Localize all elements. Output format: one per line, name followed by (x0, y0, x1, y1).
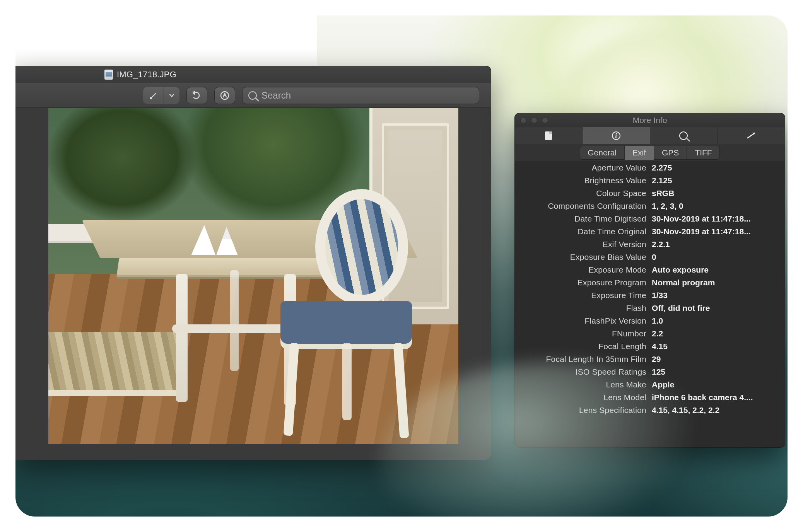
markup-button[interactable] (143, 87, 164, 104)
exif-value: 2.2 (652, 329, 778, 338)
exif-row: ISO Speed Ratings125 (515, 365, 785, 378)
more-info-panel: More Info i GeneralExifGPSTIFF Aperture … (514, 113, 785, 448)
exif-value: 2.275 (652, 163, 778, 172)
exif-value: sRGB (652, 189, 778, 198)
exif-value: 30-Nov-2019 at 11:47:18... (652, 227, 778, 236)
exif-value: 4.15 (652, 342, 778, 351)
exif-row: Lens ModeliPhone 6 back camera 4.... (515, 391, 785, 404)
exif-key: Components Configuration (515, 201, 646, 211)
exif-key: FNumber (515, 329, 646, 338)
exif-key: Lens Model (515, 393, 646, 402)
exif-row: Colour SpacesRGB (515, 187, 785, 200)
exif-row: Lens MakeApple (515, 378, 785, 391)
close-window-icon[interactable] (520, 117, 526, 123)
document-jpg-icon (104, 70, 113, 80)
zoom-window-icon[interactable] (542, 117, 548, 123)
exif-key: Exif Version (515, 240, 646, 249)
chevron-down-icon (169, 92, 175, 99)
exif-row: Date Time Digitised30-Nov-2019 at 11:47:… (515, 212, 785, 225)
preview-canvas[interactable] (15, 108, 491, 460)
exif-row: Exposure Time1/33 (515, 289, 785, 302)
exif-key: Date Time Digitised (515, 214, 646, 223)
exif-value: 30-Nov-2019 at 11:47:18... (652, 214, 778, 223)
exif-value: Normal program (652, 278, 778, 287)
preview-titlebar[interactable]: IMG_1718.JPG (15, 66, 491, 83)
exif-value: 2.125 (652, 176, 778, 185)
exif-key: Exposure Program (515, 278, 646, 287)
info-icon: i (612, 131, 620, 140)
preview-title: IMG_1718.JPG (117, 70, 176, 80)
tab-tiff[interactable]: TIFF (687, 146, 719, 160)
preview-search-field[interactable]: Search (242, 87, 479, 104)
exif-key: Lens Make (515, 380, 646, 389)
photo-content (48, 108, 458, 444)
exif-key: Focal Length In 35mm Film (515, 355, 646, 364)
exif-row: Aperture Value2.275 (515, 161, 785, 174)
exif-key: Exposure Mode (515, 265, 646, 275)
search-icon (248, 91, 257, 100)
markup-toggle-group (143, 87, 179, 104)
markup-menu-button[interactable] (164, 87, 179, 104)
pencil-icon (747, 132, 755, 138)
exif-value: 125 (652, 367, 778, 377)
exif-value: Apple (652, 380, 778, 389)
desktop-wallpaper: IMG_1718.JPG (15, 15, 788, 517)
mode-search[interactable] (650, 127, 718, 144)
exif-row: Focal Length4.15 (515, 340, 785, 353)
exif-row: Date Time Original30-Nov-2019 at 11:47:1… (515, 225, 785, 238)
annotate-button[interactable] (214, 87, 235, 104)
exif-value: 2.2.1 (652, 240, 778, 249)
pencil-icon (149, 90, 159, 101)
exif-key: Brightness Value (515, 176, 646, 185)
exif-row: Exposure Bias Value0 (515, 251, 785, 263)
exif-value: iPhone 6 back camera 4.... (652, 393, 778, 402)
exif-value: 4.15, 4.15, 2.2, 2.2 (652, 406, 778, 415)
exif-key: ISO Speed Ratings (515, 367, 646, 377)
exif-key: Colour Space (515, 189, 646, 198)
exif-row: Components Configuration1, 2, 3, 0 (515, 200, 785, 212)
exif-row: FlashOff, did not fire (515, 302, 785, 314)
exif-row: Brightness Value2.125 (515, 174, 785, 187)
preview-window: IMG_1718.JPG (15, 66, 491, 460)
document-icon (545, 131, 552, 140)
exif-table[interactable]: Aperture Value2.275Brightness Value2.125… (515, 161, 785, 447)
tab-general[interactable]: General (580, 146, 625, 160)
exif-key: Focal Length (515, 342, 646, 351)
rotate-button[interactable] (186, 87, 207, 104)
tab-exif[interactable]: Exif (625, 146, 654, 160)
inspector-title: More Info (633, 116, 667, 125)
search-icon (679, 131, 688, 140)
window-controls[interactable] (520, 117, 548, 123)
exif-key: Flash (515, 304, 646, 313)
rotate-left-icon (192, 90, 202, 101)
exif-row: Exposure ProgramNormal program (515, 276, 785, 289)
exif-key: Exposure Time (515, 291, 646, 300)
exif-value: 1, 2, 3, 0 (652, 201, 778, 211)
minimize-window-icon[interactable] (531, 117, 537, 123)
exif-value: 1.0 (652, 316, 778, 326)
inspector-tabs: GeneralExifGPSTIFF (515, 144, 785, 161)
preview-toolbar: Search (15, 83, 491, 108)
inspector-titlebar[interactable]: More Info (515, 113, 785, 127)
exif-key: FlashPix Version (515, 316, 646, 326)
exif-key: Lens Specification (515, 406, 646, 415)
exif-row: Lens Specification4.15, 4.15, 2.2, 2.2 (515, 404, 785, 416)
mode-edit[interactable] (718, 127, 785, 144)
exif-row: Exposure ModeAuto exposure (515, 263, 785, 276)
exif-value: 1/33 (652, 291, 778, 300)
markup-pen-icon (220, 90, 230, 101)
exif-row: FNumber2.2 (515, 327, 785, 340)
exif-value: Off, did not fire (652, 304, 778, 313)
inspector-mode-bar: i (515, 127, 785, 144)
exif-value: 29 (652, 355, 778, 364)
exif-value: Auto exposure (652, 265, 778, 275)
exif-value: 0 (652, 252, 778, 262)
mode-document[interactable] (515, 127, 583, 144)
exif-key: Date Time Original (515, 227, 646, 236)
exif-row: FlashPix Version1.0 (515, 314, 785, 327)
search-placeholder: Search (261, 90, 291, 101)
exif-row: Focal Length In 35mm Film29 (515, 353, 785, 365)
tab-gps[interactable]: GPS (654, 146, 687, 160)
mode-info[interactable]: i (583, 127, 650, 144)
exif-row: Exif Version2.2.1 (515, 238, 785, 251)
